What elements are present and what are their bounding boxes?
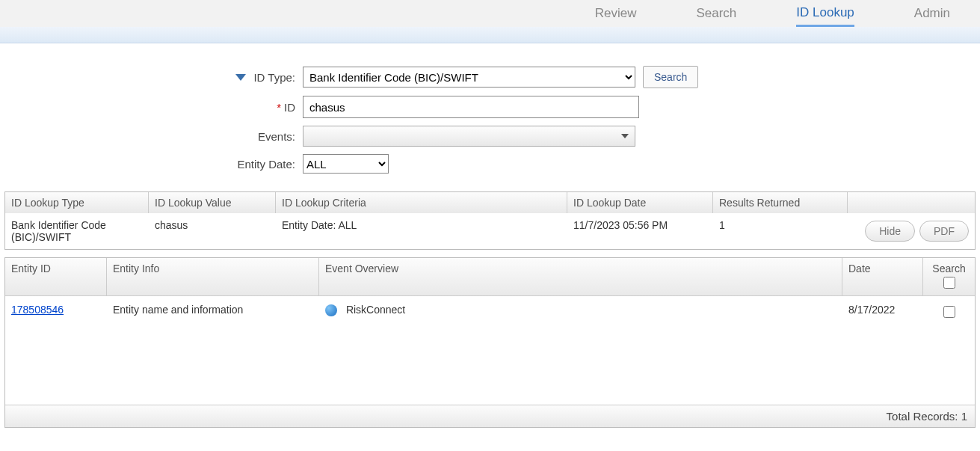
- lookup-criteria-value: Entity Date: ALL: [276, 213, 567, 249]
- tab-search[interactable]: Search: [696, 1, 736, 25]
- col-header-lookup-value: ID Lookup Value: [149, 192, 276, 213]
- events-select[interactable]: [303, 126, 635, 147]
- col-header-search: Search: [923, 258, 975, 295]
- event-overview-cell: RiskConnect: [319, 301, 842, 323]
- id-type-select[interactable]: Bank Identifier Code (BIC)/SWIFT: [303, 67, 635, 88]
- table-row: 178508546 Entity name and information Ri…: [5, 296, 975, 328]
- lookup-type-value: Bank Identifier Code (BIC)/SWIFT: [5, 213, 149, 249]
- entity-info-cell: Entity name and information: [107, 301, 319, 323]
- pdf-button[interactable]: PDF: [919, 221, 969, 242]
- entity-id-link[interactable]: 178508546: [11, 304, 64, 316]
- entity-date-label: Entity Date:: [237, 158, 295, 171]
- required-asterisk: *: [277, 101, 281, 114]
- chevron-down-icon: [621, 134, 629, 138]
- search-header-checkbox[interactable]: [943, 277, 955, 289]
- id-input[interactable]: [303, 96, 639, 118]
- search-button[interactable]: Search: [643, 66, 698, 88]
- events-label: Events:: [258, 130, 295, 143]
- total-records-count: 1: [961, 410, 967, 423]
- event-overview-text: RiskConnect: [346, 304, 405, 316]
- top-nav: Review Search ID Lookup Admin: [0, 0, 980, 27]
- row-search-checkbox[interactable]: [943, 306, 955, 318]
- id-type-label: ID Type:: [253, 71, 295, 84]
- col-header-date: Date: [842, 258, 923, 295]
- col-header-lookup-date: ID Lookup Date: [567, 192, 713, 213]
- lookup-date-value: 11/7/2023 05:56 PM: [567, 213, 713, 249]
- tab-review[interactable]: Review: [595, 1, 637, 25]
- date-cell: 8/17/2022: [842, 301, 923, 323]
- col-header-lookup-type: ID Lookup Type: [5, 192, 149, 213]
- results-table: Entity ID Entity Info Event Overview Dat…: [4, 257, 976, 428]
- col-header-lookup-criteria: ID Lookup Criteria: [276, 192, 567, 213]
- results-footer: Total Records: 1: [5, 405, 975, 427]
- gradient-divider: [0, 27, 980, 43]
- col-header-results-returned: Results Returned: [713, 192, 848, 213]
- tab-admin[interactable]: Admin: [914, 1, 950, 25]
- search-form: ID Type: Bank Identifier Code (BIC)/SWIF…: [0, 43, 980, 191]
- lookup-value: chasus: [149, 213, 276, 249]
- col-header-event-overview: Event Overview: [319, 258, 842, 295]
- disclosure-triangle-icon[interactable]: [235, 74, 246, 81]
- total-records-label: Total Records:: [887, 410, 958, 423]
- hide-button[interactable]: Hide: [865, 221, 915, 242]
- results-returned-value: 1: [713, 213, 848, 249]
- col-header-entity-info: Entity Info: [107, 258, 319, 295]
- tab-id-lookup[interactable]: ID Lookup: [796, 1, 854, 27]
- lookup-summary-table: ID Lookup Type ID Lookup Value ID Lookup…: [4, 191, 976, 250]
- col-header-entity-id: Entity ID: [5, 258, 107, 295]
- id-label: ID: [284, 101, 295, 114]
- entity-date-select[interactable]: ALL: [303, 154, 389, 174]
- globe-icon: [325, 304, 337, 316]
